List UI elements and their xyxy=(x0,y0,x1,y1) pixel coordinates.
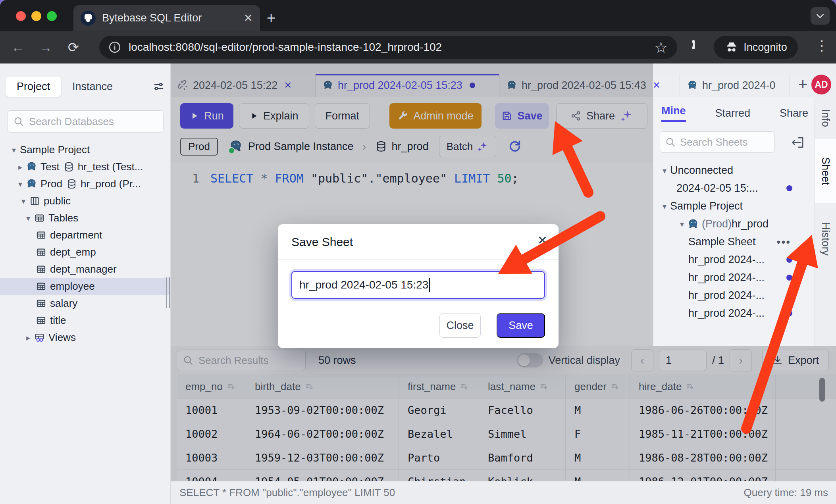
side-tab-history[interactable]: History xyxy=(815,203,836,275)
browser-menu-icon[interactable]: ⋮ xyxy=(815,37,829,54)
sheet-drawer-tabs: Mine Starred Share xyxy=(661,103,808,123)
reload-button[interactable]: ⟳ xyxy=(60,39,87,55)
database-search-input[interactable] xyxy=(28,115,158,128)
browser-tab[interactable]: Bytebase SQL Editor ✕ xyxy=(73,5,260,31)
unsaved-dot xyxy=(786,257,792,263)
info-icon[interactable] xyxy=(108,40,121,54)
caret-down-icon[interactable]: ▾ xyxy=(659,166,670,175)
editor-tab-label: hr_prod 2024-0 xyxy=(702,79,776,92)
sheet-tab-share[interactable]: Share xyxy=(780,107,808,119)
database-tree: ▾Sample Project▸Testhr_test (Test...▾Pro… xyxy=(0,141,170,346)
cols-icon xyxy=(29,196,40,206)
sheet-search-input[interactable] xyxy=(679,136,770,149)
sheet-tab-mine[interactable]: Mine xyxy=(661,105,686,122)
caret-down-icon[interactable]: ▾ xyxy=(22,214,34,223)
tree-item-sample-project[interactable]: ▾Sample Project xyxy=(0,141,170,158)
sheet-search[interactable] xyxy=(660,131,775,153)
incognito-badge: Incognito xyxy=(714,36,798,59)
table-icon xyxy=(36,247,46,258)
sheet-item-sample-sheet[interactable]: Sample Sheet••• xyxy=(653,233,815,251)
tree-item-views[interactable]: ▸Views xyxy=(0,329,170,346)
caret-down-icon[interactable]: ▾ xyxy=(676,219,688,229)
sidebar-tab-project[interactable]: Project xyxy=(6,77,61,97)
side-tab-strip: Info Sheet History xyxy=(815,97,836,346)
sheet-item-prod-hr-prod[interactable]: ▾(Prod) hr_prod xyxy=(653,215,815,233)
screenshot-stage: Bytebase SQL Editor ✕ + ← → ⟳ localhost:… xyxy=(0,0,836,504)
sheet-item-hr-prod-2024[interactable]: hr_prod 2024-... xyxy=(653,287,815,304)
window-minimize-button[interactable] xyxy=(31,11,41,21)
tree-item-label: hr_test (Test... xyxy=(78,161,143,173)
caret-right-icon[interactable]: ▸ xyxy=(14,162,26,172)
caret-down-icon[interactable]: ▾ xyxy=(659,202,670,211)
incognito-spy-icon xyxy=(724,40,739,54)
sheet-item-label: hr_prod 2024-... xyxy=(688,271,765,284)
new-tab-button[interactable]: + xyxy=(267,10,275,25)
caret-right-icon[interactable]: ▸ xyxy=(22,333,34,342)
database-search[interactable] xyxy=(7,110,164,133)
tree-item-department[interactable]: department xyxy=(0,227,170,244)
pg-icon xyxy=(688,219,699,230)
tree-item-prod-hr-prod-pr[interactable]: ▾Prodhr_prod (Pr... xyxy=(0,175,170,192)
table-icon xyxy=(36,281,46,292)
dialog-close-button[interactable]: Close xyxy=(439,313,481,338)
bookmark-star-icon[interactable]: ☆ xyxy=(654,39,668,56)
browser-tab-close-icon[interactable]: ✕ xyxy=(244,13,253,24)
sidebar-tab-instance[interactable]: Instance xyxy=(61,77,124,97)
add-sheet-tab-button[interactable]: + xyxy=(798,76,807,92)
filter-sliders-icon[interactable] xyxy=(153,81,165,92)
sheet-item-2024-02-05-15[interactable]: 2024-02-05 15:... xyxy=(653,179,815,197)
tree-item-salary[interactable]: salary xyxy=(0,295,170,312)
tree-item-public[interactable]: ▾public xyxy=(0,192,170,210)
sheet-tab-starred[interactable]: Starred xyxy=(715,107,750,119)
tree-item-label: Prod xyxy=(40,178,62,190)
tab-search-button[interactable] xyxy=(811,7,830,25)
text-caret xyxy=(429,278,430,292)
modal-backdrop xyxy=(171,346,836,481)
import-sheet-icon[interactable] xyxy=(791,135,805,150)
sheet-name-input[interactable]: hr_prod 2024-02-05 15:23 xyxy=(291,271,545,299)
table-icon xyxy=(36,298,46,309)
side-tab-info[interactable]: Info xyxy=(815,97,836,139)
sheet-item-sample-project[interactable]: ▾Sample Project xyxy=(653,197,815,215)
sheet-drawer: Mine Starred Share ▾Unconnected2024-02-0… xyxy=(653,97,815,346)
caret-down-icon[interactable]: ▾ xyxy=(8,145,20,155)
pg-icon xyxy=(687,80,697,90)
address-bar[interactable]: localhost:8080/sql-editor/prod-sample-in… xyxy=(99,36,677,59)
caret-down-icon[interactable]: ▾ xyxy=(14,179,26,189)
url-text: localhost:8080/sql-editor/prod-sample-in… xyxy=(129,41,442,54)
tree-item-label: Test xyxy=(40,161,60,173)
tree-item-dept-emp[interactable]: dept_emp xyxy=(0,244,170,261)
window-close-button[interactable] xyxy=(16,11,26,21)
tree-item-dept-manager[interactable]: dept_manager xyxy=(0,261,170,278)
sheet-menu-icon[interactable]: ••• xyxy=(777,236,791,248)
sheet-item-unconnected[interactable]: ▾Unconnected xyxy=(653,162,815,179)
window-maximize-button[interactable] xyxy=(47,11,57,21)
tree-item-label: department xyxy=(50,229,102,241)
db-icon xyxy=(64,162,74,172)
pg-icon xyxy=(26,179,37,189)
sheet-item-hr-prod-2024[interactable]: hr_prod 2024-... xyxy=(653,269,815,287)
browser-window: Bytebase SQL Editor ✕ + ← → ⟳ localhost:… xyxy=(0,0,836,504)
user-avatar[interactable]: AD xyxy=(811,75,831,94)
sheet-item-hr-prod-2024[interactable]: hr_prod 2024-... xyxy=(653,304,815,322)
views-icon xyxy=(34,332,45,343)
tree-item-test-hr-test-test[interactable]: ▸Testhr_test (Test... xyxy=(0,158,170,175)
caret-down-icon[interactable]: ▾ xyxy=(17,196,29,206)
tree-item-tables[interactable]: ▾Tables xyxy=(0,210,170,227)
dialog-close-icon[interactable]: ✕ xyxy=(537,235,547,246)
forward-button[interactable]: → xyxy=(32,40,60,55)
sheet-item-hr-prod-2024[interactable]: hr_prod 2024-... xyxy=(653,251,815,269)
back-button[interactable]: ← xyxy=(4,40,32,55)
editor-tab-hr-prod-2024-0[interactable]: hr_prod 2024-0 xyxy=(680,74,790,97)
table-icon xyxy=(34,213,45,223)
close-tab-icon[interactable]: ✕ xyxy=(653,80,661,91)
tree-item-label: Tables xyxy=(48,212,78,224)
environment-prefix: (Prod) xyxy=(702,218,732,230)
side-panel-icon[interactable] xyxy=(692,41,695,48)
tree-item-employee[interactable]: employee xyxy=(0,278,170,295)
sidebar-resize-handle[interactable] xyxy=(166,277,170,308)
side-tab-sheet[interactable]: Sheet xyxy=(815,139,836,203)
incognito-label: Incognito xyxy=(744,41,787,54)
tree-item-title[interactable]: title xyxy=(0,312,170,329)
dialog-save-button[interactable]: Save xyxy=(497,313,545,338)
